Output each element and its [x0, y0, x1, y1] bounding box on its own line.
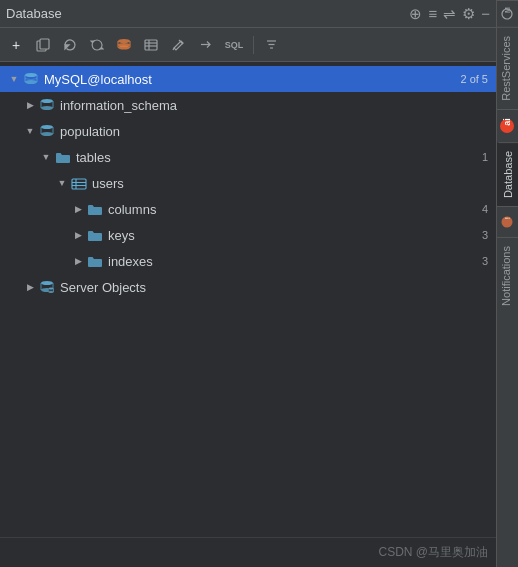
expand-users[interactable]	[54, 178, 70, 188]
tree-item-tables[interactable]: tables 1	[0, 144, 496, 170]
right-sidebar: M RestServices ai Database ! Notificatio…	[496, 0, 518, 567]
expand-server-objects[interactable]	[22, 282, 38, 292]
svg-point-20	[41, 99, 53, 103]
tree-item-indexes[interactable]: indexes 3	[0, 248, 496, 274]
mysql-badge: 2 of 5	[460, 73, 488, 85]
keys-label: keys	[108, 228, 477, 243]
gear-icon[interactable]: ⚙	[462, 5, 475, 23]
minimize-icon[interactable]: −	[481, 5, 490, 22]
expand-tables[interactable]	[38, 152, 54, 162]
svg-text:!: !	[503, 217, 512, 219]
separator	[253, 36, 254, 54]
refresh-button[interactable]	[58, 33, 82, 57]
keys-badge: 3	[482, 229, 488, 241]
panel-title: Database	[6, 6, 62, 21]
users-label: users	[92, 176, 488, 191]
tree-item-users[interactable]: users	[0, 170, 496, 196]
split-icon[interactable]: ⇌	[443, 5, 456, 23]
svg-point-32	[49, 291, 54, 293]
svg-point-23	[41, 132, 53, 136]
svg-line-12	[173, 48, 174, 50]
svg-text:M: M	[504, 7, 511, 13]
expand-keys[interactable]	[70, 230, 86, 240]
expand-columns[interactable]	[70, 204, 86, 214]
refresh2-button[interactable]	[85, 33, 109, 57]
svg-point-18	[25, 73, 37, 77]
add-circle-icon[interactable]: ⊕	[409, 5, 422, 23]
population-label: population	[60, 124, 488, 139]
expand-indexes[interactable]	[70, 256, 86, 266]
svg-marker-3	[91, 41, 94, 43]
tree-item-server-objects[interactable]: Server Objects	[0, 274, 496, 300]
tree-item-keys[interactable]: keys 3	[0, 222, 496, 248]
svg-text:ai: ai	[503, 118, 513, 126]
tree-item-columns[interactable]: columns 4	[0, 196, 496, 222]
notifications-tab[interactable]: Notifications	[497, 237, 518, 314]
indexes-label: indexes	[108, 254, 477, 269]
add-button[interactable]: +	[4, 33, 28, 57]
schema-button[interactable]	[112, 33, 136, 57]
toolbar: +	[0, 28, 496, 62]
svg-rect-1	[40, 39, 49, 49]
mysql-label: MySQL@localhost	[44, 72, 455, 87]
svg-point-28	[41, 281, 53, 285]
svg-point-22	[41, 125, 53, 129]
svg-point-7	[118, 45, 130, 49]
table-users-icon	[70, 175, 88, 191]
title-bar: Database ⊕ ≡ ⇌ ⚙ −	[0, 0, 496, 28]
notifications-icon-tab[interactable]: !	[497, 206, 518, 237]
svg-rect-24	[72, 179, 86, 189]
info-schema-label: information_schema	[60, 98, 488, 113]
database-tree: MySQL@localhost 2 of 5 information_schem…	[0, 62, 496, 537]
tables-badge: 1	[482, 151, 488, 163]
sql-button[interactable]: SQL	[220, 33, 248, 57]
jump-button[interactable]	[193, 33, 217, 57]
folder-keys-icon	[86, 227, 104, 243]
tree-item-population[interactable]: population	[0, 118, 496, 144]
db-info-icon	[38, 97, 56, 113]
main-panel: Database ⊕ ≡ ⇌ ⚙ − +	[0, 0, 496, 567]
db-icon	[22, 71, 40, 87]
svg-rect-8	[145, 40, 157, 50]
watermark-text: CSDN @马里奥加油	[378, 545, 488, 559]
aixcoder-icon-tab[interactable]: ai	[497, 109, 518, 142]
watermark: CSDN @马里奥加油	[0, 537, 496, 567]
server-objects-label: Server Objects	[60, 280, 488, 295]
table-button[interactable]	[139, 33, 163, 57]
svg-point-31	[49, 288, 54, 290]
columns-badge: 4	[482, 203, 488, 215]
indexes-badge: 3	[482, 255, 488, 267]
svg-point-19	[25, 80, 37, 84]
expand-population[interactable]	[22, 126, 38, 136]
tables-label: tables	[76, 150, 477, 165]
tree-item-mysql[interactable]: MySQL@localhost 2 of 5	[0, 66, 496, 92]
lines-icon[interactable]: ≡	[428, 5, 437, 22]
folder-tables-icon	[54, 149, 72, 165]
title-bar-actions: ⊕ ≡ ⇌ ⚙ −	[409, 5, 490, 23]
folder-columns-icon	[86, 201, 104, 217]
maven-icon-tab[interactable]: M	[497, 0, 518, 27]
columns-label: columns	[108, 202, 477, 217]
svg-point-5	[118, 39, 130, 43]
svg-marker-4	[100, 47, 103, 49]
db-server-icon	[38, 279, 56, 295]
svg-point-21	[41, 106, 53, 110]
rest-services-tab[interactable]: RestServices	[497, 27, 518, 109]
folder-indexes-icon	[86, 253, 104, 269]
database-tab[interactable]: Database	[497, 142, 518, 206]
expand-info-schema[interactable]	[22, 100, 38, 110]
filter-button[interactable]	[259, 33, 283, 57]
copy-button[interactable]	[31, 33, 55, 57]
edit-button[interactable]	[166, 33, 190, 57]
tree-item-information-schema[interactable]: information_schema	[0, 92, 496, 118]
db-population-icon	[38, 123, 56, 139]
expand-mysql[interactable]	[6, 74, 22, 84]
